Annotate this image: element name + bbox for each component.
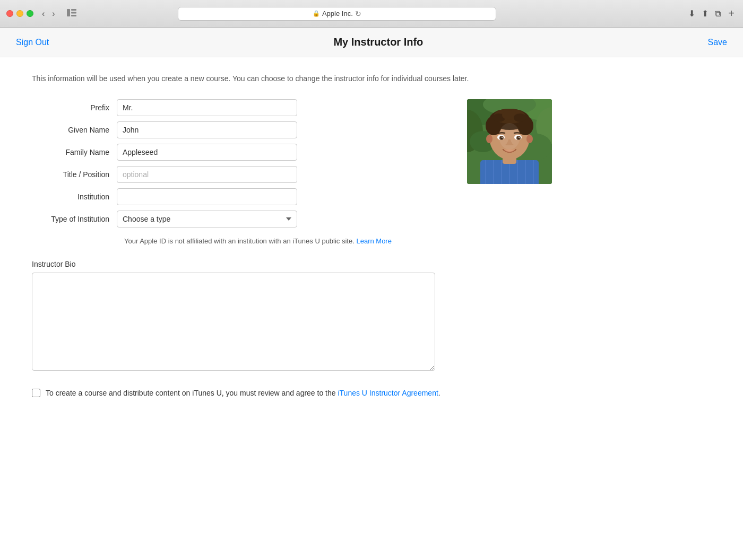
agreement-section: To create a course and distribute conten… xyxy=(32,388,552,399)
agreement-checkbox[interactable] xyxy=(32,389,40,397)
lock-icon: 🔒 xyxy=(313,10,320,17)
profile-photo-svg xyxy=(467,99,552,184)
traffic-lights xyxy=(6,10,33,17)
tabs-button[interactable]: ⧉ xyxy=(714,8,722,20)
bio-section: Instructor Bio xyxy=(32,260,552,373)
download-button[interactable]: ⬇ xyxy=(687,7,696,20)
prefix-input[interactable] xyxy=(117,99,297,116)
profile-photo-container xyxy=(467,99,552,233)
family-name-row: Family Name xyxy=(32,144,446,161)
sign-out-link[interactable]: Sign Out xyxy=(16,38,49,47)
reload-button[interactable]: ↻ xyxy=(355,10,361,18)
browser-chrome: ‹ › 🔒 Apple Inc. ↻ ⬇ ⬆ ⧉ + xyxy=(0,0,743,28)
svg-point-39 xyxy=(526,135,533,143)
svg-point-29 xyxy=(514,113,526,122)
form-fields: Prefix Given Name Family Name Title / Po… xyxy=(32,99,446,233)
svg-point-40 xyxy=(499,123,520,150)
save-link[interactable]: Save xyxy=(708,38,727,47)
top-bar-right: Save xyxy=(708,38,727,47)
given-name-label: Given Name xyxy=(32,126,117,134)
learn-more-link[interactable]: Learn More xyxy=(356,237,391,245)
agreement-text-after: . xyxy=(438,389,440,397)
family-name-label: Family Name xyxy=(32,148,117,156)
agreement-text-before: To create a course and distribute conten… xyxy=(46,389,338,397)
top-bar: Sign Out My Instructor Info Save xyxy=(0,28,743,57)
type-institution-row: Type of Institution Choose a type K-12 H… xyxy=(32,211,446,228)
svg-point-38 xyxy=(486,135,493,143)
browser-actions: ⬇ ⬆ ⧉ + xyxy=(687,7,737,20)
page-wrapper: Sign Out My Instructor Info Save This in… xyxy=(0,28,743,560)
form-section: Prefix Given Name Family Name Title / Po… xyxy=(32,99,552,233)
svg-rect-0 xyxy=(67,9,70,16)
share-button[interactable]: ⬆ xyxy=(701,7,710,20)
type-institution-select[interactable]: Choose a type K-12 Higher Education Othe… xyxy=(117,211,297,228)
institution-label: Institution xyxy=(32,192,117,201)
family-name-input[interactable] xyxy=(117,144,297,161)
svg-rect-2 xyxy=(71,12,76,14)
institution-input[interactable] xyxy=(117,188,297,205)
affiliation-text: Your Apple ID is not affiliated with an … xyxy=(124,237,355,245)
given-name-row: Given Name xyxy=(32,121,446,138)
bio-textarea[interactable] xyxy=(32,273,435,371)
forward-button[interactable]: › xyxy=(49,8,58,20)
info-text: This information will be used when you c… xyxy=(32,73,552,84)
url-text: Apple Inc. xyxy=(322,10,353,18)
bio-label: Instructor Bio xyxy=(32,260,552,268)
type-institution-label: Type of Institution xyxy=(32,215,117,223)
minimize-button[interactable] xyxy=(16,10,23,17)
agreement-text: To create a course and distribute conten… xyxy=(46,388,440,399)
main-content: This information will be used when you c… xyxy=(0,57,584,420)
title-position-label: Title / Position xyxy=(32,170,117,179)
maximize-button[interactable] xyxy=(27,10,33,17)
add-tab-button[interactable]: + xyxy=(726,7,737,20)
top-bar-left: Sign Out xyxy=(16,38,49,47)
nav-buttons: ‹ › xyxy=(39,8,58,20)
svg-rect-3 xyxy=(71,15,76,16)
svg-rect-1 xyxy=(71,9,76,11)
profile-photo xyxy=(467,99,552,184)
url-bar[interactable]: 🔒 Apple Inc. ↻ xyxy=(178,7,496,21)
close-button[interactable] xyxy=(6,10,13,17)
affiliation-notice: Your Apple ID is not affiliated with an … xyxy=(117,237,552,245)
page-title: My Instructor Info xyxy=(333,36,423,48)
title-position-input[interactable] xyxy=(117,166,297,183)
sidebar-toggle-button[interactable] xyxy=(64,7,80,20)
agreement-link[interactable]: iTunes U Instructor Agreement xyxy=(338,389,438,397)
given-name-input[interactable] xyxy=(117,121,297,138)
institution-row: Institution xyxy=(32,188,446,205)
back-button[interactable]: ‹ xyxy=(39,8,48,20)
title-position-row: Title / Position xyxy=(32,166,446,183)
prefix-row: Prefix xyxy=(32,99,446,116)
prefix-label: Prefix xyxy=(32,103,117,112)
